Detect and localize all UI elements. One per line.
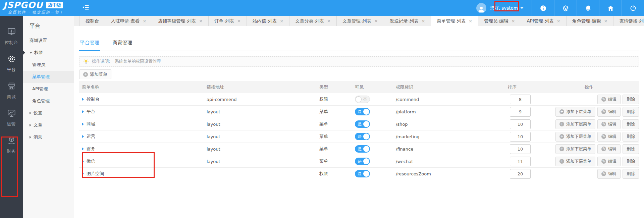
button-label: 添加下层菜单 xyxy=(566,121,591,127)
close-icon[interactable]: × xyxy=(199,18,203,23)
submenu-item-设置[interactable]: 设置 xyxy=(23,107,74,119)
tab-站内信-列表[interactable]: 站内信-列表× xyxy=(247,16,289,26)
edit-button[interactable]: ✎编辑 xyxy=(597,107,621,117)
tab-入驻申请-查看[interactable]: 入驻申请-查看× xyxy=(105,16,153,26)
tab-控制台[interactable]: 控制台 xyxy=(79,16,105,26)
sidebar-item-财务[interactable]: 财务 xyxy=(0,131,23,159)
tab-文章分类-列表[interactable]: 文章分类-列表× xyxy=(289,16,337,26)
add-child-button[interactable]: +添加下层菜单 xyxy=(555,132,595,142)
delete-button[interactable]: 删除 xyxy=(623,132,639,142)
sort-input[interactable] xyxy=(510,157,531,166)
tab-发送记录-列表[interactable]: 发送记录-列表× xyxy=(384,16,431,26)
add-child-button[interactable]: +添加下层菜单 xyxy=(555,144,595,154)
visible-toggle[interactable]: 是 xyxy=(355,170,370,177)
submenu-item-商城设置[interactable]: 商城设置 xyxy=(23,35,74,47)
menu-type: 菜单 xyxy=(318,146,354,152)
add-menu-button[interactable]: + 添加菜单 xyxy=(79,69,111,79)
sidebar-item-商城[interactable]: 商城 xyxy=(0,77,23,104)
sidebar-item-label: 运营 xyxy=(7,121,16,127)
sort-input[interactable] xyxy=(510,119,531,129)
user-menu[interactable]: 您好, system xyxy=(476,3,524,13)
expand-row-icon[interactable] xyxy=(82,160,84,163)
subtab-平台管理[interactable]: 平台管理 xyxy=(79,40,100,51)
edit-button[interactable]: ✎编辑 xyxy=(597,95,621,104)
bell-icon[interactable] xyxy=(577,0,599,16)
submenu-item-消息[interactable]: 消息 xyxy=(23,131,74,143)
submenu-item-角色管理[interactable]: 角色管理 xyxy=(23,95,74,107)
edit-button[interactable]: ✎编辑 xyxy=(597,169,621,179)
home-icon[interactable] xyxy=(599,0,622,16)
visible-toggle[interactable]: 是 xyxy=(355,120,370,128)
add-child-button[interactable]: +添加下层菜单 xyxy=(555,157,595,166)
edit-button[interactable]: ✎编辑 xyxy=(597,132,621,142)
close-icon[interactable]: × xyxy=(422,18,425,23)
close-icon[interactable]: × xyxy=(327,18,331,23)
plus-circle-icon: + xyxy=(83,72,88,77)
greeting-text: 您好, xyxy=(490,5,500,11)
collapse-menu-icon[interactable] xyxy=(82,4,91,12)
add-child-button[interactable]: +添加下层菜单 xyxy=(555,119,595,129)
tab-管理员-编辑[interactable]: 管理员-编辑× xyxy=(478,16,521,26)
sidebar-item-控制台[interactable]: 控制台 xyxy=(0,23,23,50)
link-address: layout xyxy=(207,134,318,139)
submenu-item-文章[interactable]: 文章 xyxy=(23,119,74,131)
expand-row-icon[interactable] xyxy=(82,172,84,175)
add-child-button[interactable]: +添加下层菜单 xyxy=(555,107,595,117)
tab-菜单管理-列表[interactable]: 菜单管理-列表× xyxy=(431,16,478,26)
tab-订单-列表[interactable]: 订单-列表× xyxy=(209,16,247,26)
close-icon[interactable]: × xyxy=(280,18,283,23)
tab-文章管理-列表[interactable]: 文章管理-列表× xyxy=(337,16,384,26)
edit-button[interactable]: ✎编辑 xyxy=(597,157,621,166)
delete-button[interactable]: 删除 xyxy=(623,169,639,179)
toggle-label: 是 xyxy=(358,109,362,115)
subtab-商家管理[interactable]: 商家管理 xyxy=(112,40,133,51)
close-icon[interactable]: × xyxy=(604,18,608,23)
close-icon[interactable]: × xyxy=(143,18,146,23)
expand-row-icon[interactable] xyxy=(82,147,84,151)
delete-button[interactable]: 删除 xyxy=(623,107,639,117)
expand-row-icon[interactable] xyxy=(82,122,84,126)
layers-icon[interactable] xyxy=(554,0,577,16)
close-icon[interactable]: × xyxy=(374,18,378,23)
username[interactable]: system xyxy=(501,5,518,11)
delete-button[interactable]: 删除 xyxy=(623,144,639,154)
edit-button[interactable]: ✎编辑 xyxy=(597,119,621,129)
power-icon[interactable] xyxy=(622,0,644,16)
pencil-icon: ✎ xyxy=(601,97,606,102)
delete-button[interactable]: 删除 xyxy=(623,119,639,129)
submenu-item-API管理[interactable]: API管理 xyxy=(23,83,74,95)
submenu-item-菜单管理[interactable]: 菜单管理 xyxy=(23,71,74,83)
sort-input[interactable] xyxy=(510,132,531,142)
tab-label: 文章管理-列表 xyxy=(342,18,371,24)
expand-row-icon[interactable] xyxy=(82,110,84,113)
tab-API管理-列表[interactable]: API管理-列表× xyxy=(521,16,567,26)
sort-input[interactable] xyxy=(510,107,531,117)
info-icon[interactable] xyxy=(532,0,554,16)
visible-toggle[interactable]: 是 xyxy=(355,133,370,140)
expand-row-icon[interactable] xyxy=(82,98,84,101)
submenu-item-权限[interactable]: 权限 xyxy=(23,47,74,59)
sort-input[interactable] xyxy=(510,95,531,104)
close-icon[interactable]: × xyxy=(512,18,515,23)
close-icon[interactable]: × xyxy=(237,18,241,23)
visible-toggle[interactable]: 是 xyxy=(355,158,370,165)
sidebar-item-运营[interactable]: 运营 xyxy=(0,104,23,131)
delete-button[interactable]: 删除 xyxy=(623,157,639,166)
close-icon[interactable]: × xyxy=(469,18,472,23)
visible-toggle[interactable]: 否 xyxy=(355,96,370,103)
visible-toggle[interactable]: 是 xyxy=(355,145,370,153)
sort-input[interactable] xyxy=(510,144,531,154)
tab-角色管理-编辑[interactable]: 角色管理-编辑× xyxy=(567,16,614,26)
tab-友情链接-列表[interactable]: 友情链接-列表× xyxy=(613,16,644,26)
delete-button[interactable]: 删除 xyxy=(623,95,639,104)
sidebar-item-平台[interactable]: 平台 xyxy=(0,50,23,77)
tab-label: API管理-列表 xyxy=(527,18,554,24)
visible-toggle[interactable]: 是 xyxy=(355,108,370,115)
sort-input[interactable] xyxy=(510,169,531,179)
edit-button[interactable]: ✎编辑 xyxy=(597,144,621,154)
tab-店铺等级管理-列表[interactable]: 店铺等级管理-列表× xyxy=(152,16,209,26)
submenu-item-label: 菜单管理 xyxy=(32,74,50,80)
expand-row-icon[interactable] xyxy=(82,135,84,138)
close-icon[interactable]: × xyxy=(557,18,560,23)
submenu-item-管理员[interactable]: 管理员 xyxy=(23,59,74,71)
